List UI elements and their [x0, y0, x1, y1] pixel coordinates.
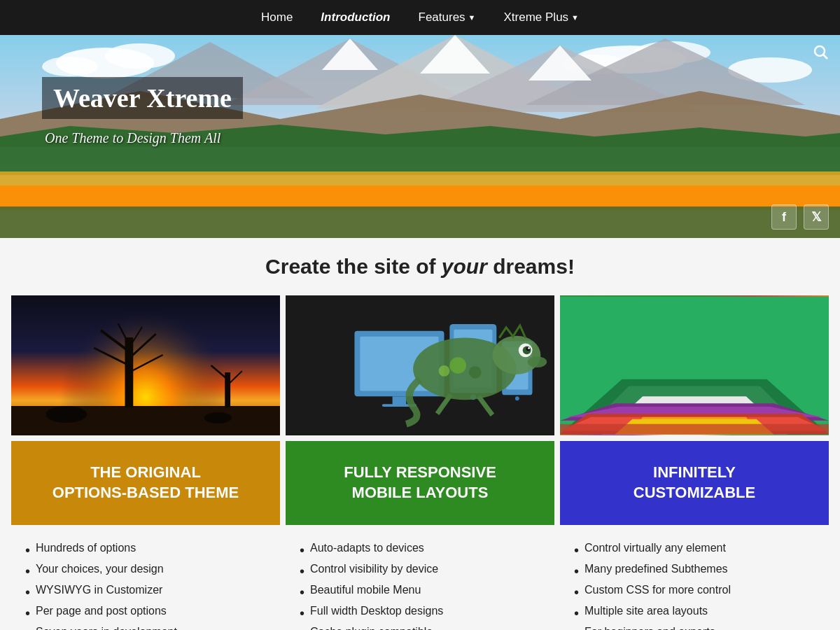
bullets-1: Hundreds of options Your choices, your d…: [11, 531, 280, 630]
svg-rect-71: [560, 424, 829, 435]
list-item: Auto-adapts to devices: [300, 542, 540, 559]
nav-features[interactable]: Features: [419, 10, 465, 24]
bullets-3: Control virtually any element Many prede…: [560, 531, 829, 630]
list-item: Control visibility by device: [300, 563, 540, 580]
svg-line-57: [479, 396, 493, 415]
card-grid: THE ORIGINALOPTIONS-BASED THEME FULLY RE…: [11, 295, 829, 630]
svg-point-37: [204, 412, 232, 424]
hero-title: Weaver Xtreme: [42, 77, 243, 119]
list-item: Hundreds of options: [25, 542, 266, 559]
list-item: Many predefined Subthemes: [574, 563, 815, 580]
list-item: Custom CSS for more control: [574, 584, 815, 601]
bullet-list-2: Auto-adapts to devices Control visibilit…: [300, 542, 540, 630]
hero-subtitle: One Theme to Design Them All: [42, 130, 243, 146]
label-options-based: THE ORIGINALOPTIONS-BASED THEME: [11, 441, 280, 525]
nav-xtreme-plus[interactable]: Xtreme Plus: [504, 10, 569, 24]
section-title: Create the site of your dreams!: [11, 255, 829, 279]
chameleon-image-panel: [286, 295, 554, 435]
svg-point-54: [528, 347, 530, 349]
list-item: Seven years in development: [25, 626, 266, 630]
svg-point-55: [528, 356, 547, 368]
list-item: Multiple site area layouts: [574, 605, 815, 622]
list-item: Control virtually any element: [574, 542, 815, 559]
label-text-2: FULLY RESPONSIVEMOBILE LAYOUTS: [344, 463, 496, 503]
list-item: Your choices, your design: [25, 563, 266, 580]
svg-line-22: [824, 55, 828, 59]
svg-point-60: [439, 365, 450, 377]
hero-section: Weaver Xtreme One Theme to Design Them A…: [0, 35, 840, 238]
svg-point-50: [492, 336, 540, 374]
social-links: f 𝕏: [771, 204, 829, 230]
list-item: Full width Desktop designs: [300, 605, 540, 622]
label-customizable: INFINITELYCUSTOMIZABLE: [560, 441, 829, 525]
nav-home[interactable]: Home: [261, 10, 293, 24]
label-responsive: FULLY RESPONSIVEMOBILE LAYOUTS: [286, 441, 554, 525]
facebook-icon[interactable]: f: [771, 204, 797, 230]
hero-content: Weaver Xtreme One Theme to Design Them A…: [42, 77, 243, 146]
search-button[interactable]: [811, 42, 830, 62]
bullet-list-1: Hundreds of options Your choices, your d…: [25, 542, 266, 630]
svg-point-59: [469, 366, 482, 379]
svg-point-36: [46, 406, 87, 423]
sunset-image-panel: [11, 295, 280, 435]
svg-point-2: [105, 43, 175, 69]
svg-point-3: [42, 57, 98, 76]
twitter-icon[interactable]: 𝕏: [804, 204, 829, 230]
list-item: Cache plugin compatible: [300, 626, 540, 630]
bullet-list-3: Control virtually any element Many prede…: [574, 542, 815, 630]
list-item: Beautiful mobile Menu: [300, 584, 540, 601]
list-item: Per page and post options: [25, 605, 266, 622]
list-item: For beginners and experts: [574, 626, 815, 630]
tulips-image-panel: [560, 295, 829, 435]
svg-point-58: [449, 357, 466, 374]
bullets-2: Auto-adapts to devices Control visibilit…: [286, 531, 554, 630]
svg-rect-19: [0, 186, 840, 210]
nav-introduction[interactable]: Introduction: [321, 10, 390, 24]
label-text-1: THE ORIGINALOPTIONS-BASED THEME: [52, 463, 239, 503]
label-text-3: INFINITELYCUSTOMIZABLE: [634, 463, 755, 503]
navigation: Home Introduction Features Xtreme Plus: [0, 0, 840, 35]
svg-rect-20: [0, 206, 840, 238]
main-content: Create the site of your dreams!: [0, 238, 840, 630]
svg-point-21: [815, 46, 825, 56]
list-item: WYSIWYG in Customizer: [25, 584, 266, 601]
